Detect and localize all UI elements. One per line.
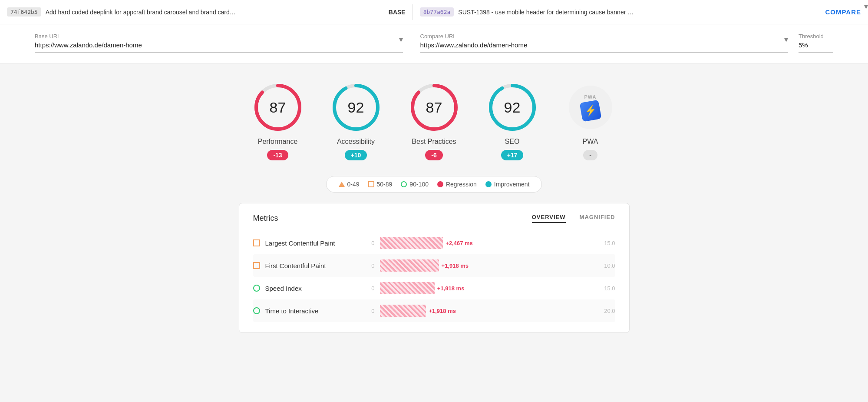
legend-pill: 0-49 50-89 90-100 Regression Improvement <box>326 176 542 193</box>
score-badge-seo: +17 <box>501 150 524 160</box>
score-item-accessibility: 92 Accessibility +10 <box>330 81 382 160</box>
header-base-section: 74f642b5 Add hard coded deeplink for app… <box>7 7 406 17</box>
metric-name-lcp: Largest Contentful Paint <box>265 239 361 247</box>
metrics-tab-magnified[interactable]: MAGNIFIED <box>580 214 615 223</box>
improvement-label: Improvement <box>494 181 530 188</box>
metrics-tab-overview[interactable]: OVERVIEW <box>532 214 566 223</box>
threshold-group: Threshold 5% ▾ <box>799 33 833 53</box>
metric-max-si: 15.0 <box>600 285 615 292</box>
score-label-pwa: PWA <box>583 138 598 146</box>
header-divider <box>413 4 413 20</box>
legend-high-label: 90-100 <box>409 181 429 188</box>
metric-bar-si <box>380 282 435 294</box>
metric-bar-tti <box>380 305 426 317</box>
square-icon <box>368 181 374 187</box>
triangle-icon <box>339 182 345 187</box>
pwa-text: PWA <box>584 94 596 100</box>
base-commit-hash: 74f642b5 <box>7 7 41 17</box>
metric-icon-orange-sq <box>253 262 260 269</box>
metric-max-tti: 20.0 <box>600 308 615 314</box>
pwa-lightning-icon <box>579 100 601 122</box>
metrics-title: Metrics <box>253 214 532 223</box>
metric-bar-container-tti: +1,918 ms <box>380 305 591 317</box>
metric-row-fcp: First Contentful Paint 0 +1,918 ms 10.0 <box>253 254 615 277</box>
metric-name-tti: Time to Interactive <box>265 307 361 315</box>
compare-commit-message: SUST-1398 - use mobile header for determ… <box>458 9 818 16</box>
compare-url-label: Compare URL <box>420 33 789 40</box>
score-item-pwa: PWA PWA - <box>564 81 617 160</box>
score-item-seo: 92 SEO +17 <box>486 81 538 160</box>
score-number-best-practices: 87 <box>426 99 442 116</box>
score-circle-seo: 92 <box>486 81 538 133</box>
compare-url-value: https://www.zalando.de/damen-home <box>420 41 789 49</box>
improvement-dot-icon <box>485 181 492 187</box>
regression-dot-icon <box>437 181 443 187</box>
score-badge-pwa: - <box>583 150 597 160</box>
metric-zero-lcp: 0 <box>366 240 375 246</box>
base-commit-message: Add hard coded deeplink for appcraft bra… <box>46 9 384 16</box>
header-compare-section: 8b77a62a SUST-1398 - use mobile header f… <box>420 7 818 17</box>
circle-icon <box>401 181 407 187</box>
base-label: BASE <box>389 9 406 16</box>
base-url-label: Base URL <box>35 33 403 40</box>
score-circle-best-practices: 87 <box>408 81 460 133</box>
score-badge-best-practices: -6 <box>425 150 442 160</box>
score-item-best-practices: 87 Best Practices -6 <box>408 81 460 160</box>
score-circle-accessibility: 92 <box>330 81 382 133</box>
metric-bar-label-lcp: +2,467 ms <box>446 240 473 246</box>
metric-bar-container-lcp: +2,467 ms <box>380 237 591 249</box>
compare-button[interactable]: COMPARE <box>825 8 861 16</box>
metric-bar-label-fcp: +1,918 ms <box>442 262 469 269</box>
metric-zero-si: 0 <box>366 285 375 292</box>
metrics-card: Metrics OVERVIEWMAGNIFIED Largest Conten… <box>239 203 630 333</box>
compare-commit-hash: 8b77a62a <box>420 7 454 17</box>
metric-name-fcp: First Contentful Paint <box>265 262 361 269</box>
score-item-performance: 87 Performance -13 <box>252 81 304 160</box>
score-badge-accessibility: +10 <box>345 150 367 160</box>
metric-bar-label-tti: +1,918 ms <box>429 308 456 314</box>
score-badge-performance: -13 <box>267 150 288 160</box>
score-circle-performance: 87 <box>252 81 304 133</box>
metric-bar-container-fcp: +1,918 ms <box>380 259 591 272</box>
score-number-accessibility: 92 <box>348 99 364 116</box>
score-label-accessibility: Accessibility <box>337 138 375 146</box>
score-number-performance: 87 <box>270 99 286 116</box>
url-section: Base URL https://www.zalando.de/damen-ho… <box>0 24 868 64</box>
metric-max-fcp: 10.0 <box>600 262 615 269</box>
metric-row-tti: Time to Interactive 0 +1,918 ms 20.0 <box>253 299 615 322</box>
metric-max-lcp: 15.0 <box>600 240 615 246</box>
score-label-best-practices: Best Practices <box>412 138 456 146</box>
base-url-group: Base URL https://www.zalando.de/damen-ho… <box>35 33 403 53</box>
metrics-tabs: OVERVIEWMAGNIFIED <box>532 214 615 223</box>
base-url-dropdown-icon[interactable]: ▾ <box>399 35 403 44</box>
score-label-seo: SEO <box>505 138 520 146</box>
metric-bar-fcp <box>380 259 439 272</box>
legend-low-range: 0-49 <box>339 181 360 188</box>
metric-row-si: Speed Index 0 +1,918 ms 15.0 <box>253 277 615 299</box>
threshold-dropdown-icon[interactable]: ▾ <box>864 2 868 11</box>
threshold-value: 5% <box>799 41 833 49</box>
pwa-circle: PWA <box>569 86 612 129</box>
threshold-label: Threshold <box>799 33 833 40</box>
compare-url-dropdown-icon[interactable]: ▾ <box>784 35 788 44</box>
scores-section: 87 Performance -13 92 Accessibility +10 … <box>0 64 868 169</box>
metric-icon-green-circle <box>253 285 260 292</box>
metric-bar-label-si: +1,918 ms <box>437 285 465 292</box>
score-label-performance: Performance <box>258 138 298 146</box>
metric-row-lcp: Largest Contentful Paint 0 +2,467 ms 15.… <box>253 232 615 254</box>
legend-high-range: 90-100 <box>401 181 429 188</box>
metric-icon-orange-sq <box>253 239 260 246</box>
metric-zero-fcp: 0 <box>366 262 375 269</box>
regression-label: Regression <box>446 181 477 188</box>
legend-regression: Regression <box>437 181 477 188</box>
compare-url-group: Compare URL https://www.zalando.de/damen… <box>420 33 789 53</box>
metric-icon-green-circle <box>253 307 260 314</box>
legend-mid-range: 50-89 <box>368 181 393 188</box>
metrics-header: Metrics OVERVIEWMAGNIFIED <box>253 214 615 223</box>
metric-name-si: Speed Index <box>265 285 361 292</box>
pwa-icon-container: PWA <box>564 81 617 133</box>
metrics-section: Metrics OVERVIEWMAGNIFIED Largest Conten… <box>0 203 868 350</box>
metric-bar-lcp <box>380 237 443 249</box>
legend-low-label: 0-49 <box>347 181 360 188</box>
legend-section: 0-49 50-89 90-100 Regression Improvement <box>0 169 868 203</box>
